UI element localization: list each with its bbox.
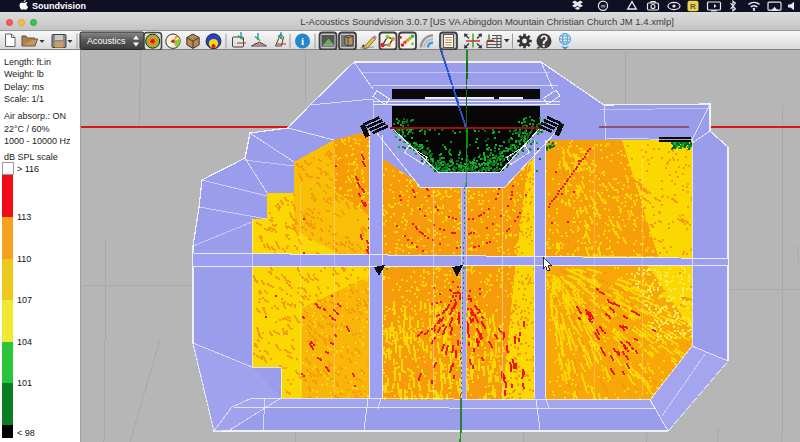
svg-text:R: R <box>690 2 696 11</box>
svg-text:i: i <box>301 35 304 47</box>
svg-text:Acoustics: Acoustics <box>87 36 126 46</box>
svg-text:∞: ∞ <box>601 2 606 9</box>
